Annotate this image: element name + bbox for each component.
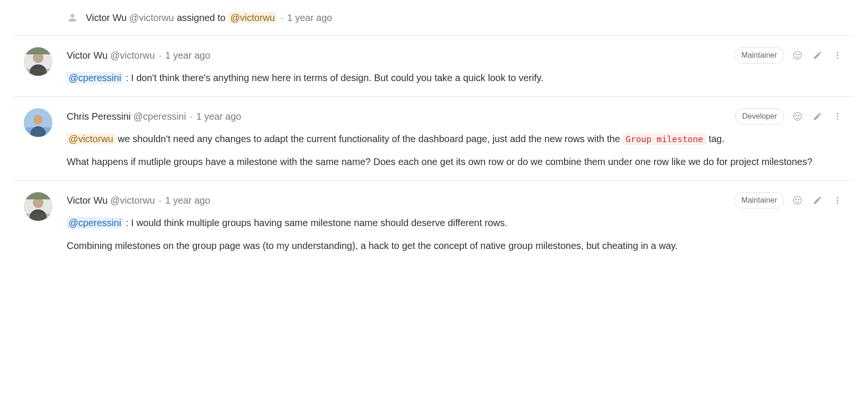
note-time-link[interactable]: 1 year ago (165, 48, 211, 62)
avatar-link[interactable] (24, 108, 52, 169)
svg-point-30 (837, 199, 838, 201)
comment-text: : I don't think there's anything new her… (123, 72, 543, 83)
note-time: 1 year ago (165, 195, 211, 206)
svg-point-12 (33, 115, 43, 124)
comment-note: Chris Peressini @cperessini · 1 year ago… (14, 97, 854, 181)
svg-point-15 (794, 113, 802, 121)
comment-note: Victor Wu @victorwu · 1 year ago Maintai… (14, 181, 854, 264)
svg-point-6 (796, 54, 797, 55)
emoji-icon[interactable] (791, 110, 804, 123)
role-badge: Developer (735, 108, 784, 124)
note-author: Victor Wu (67, 50, 108, 61)
svg-rect-14 (24, 127, 52, 137)
code-tag: Group milestone (623, 133, 706, 145)
edit-icon[interactable] (811, 194, 824, 207)
system-note: Victor Wu @victorwu assigned to @victorw… (14, 0, 854, 36)
svg-point-20 (837, 118, 838, 120)
avatar (24, 47, 52, 76)
note-author-link[interactable]: Victor Wu @victorwu (67, 48, 155, 62)
svg-point-31 (837, 202, 838, 204)
edit-icon[interactable] (811, 110, 824, 123)
separator: · (280, 10, 284, 25)
avatar (24, 108, 52, 137)
svg-rect-25 (24, 214, 52, 221)
edit-icon[interactable] (811, 49, 824, 62)
system-note-text: Victor Wu @victorwu assigned to @victorw… (57, 10, 332, 25)
more-icon[interactable] (831, 194, 844, 207)
note-header: Victor Wu @victorwu · 1 year ago Maintai… (67, 192, 844, 208)
svg-point-28 (798, 199, 799, 200)
avatar-col (14, 192, 67, 253)
role-badge: Maintainer (734, 47, 784, 63)
mention: @cperessini (67, 72, 123, 83)
note-handle: @victorwu (111, 195, 155, 206)
svg-point-17 (798, 115, 799, 116)
note-author: Victor Wu (67, 195, 108, 206)
system-action: assigned to (177, 10, 225, 25)
note-content: @victorwu we shouldn't need any changes … (67, 132, 844, 169)
note-content: @cperessini : I don't think there's anyt… (67, 71, 844, 85)
user-icon (67, 12, 78, 23)
note-handle: @victorwu (111, 50, 155, 61)
avatar (24, 192, 52, 221)
note-author-link[interactable]: Chris Peressini @cperessini (67, 109, 186, 124)
avatar-link[interactable] (24, 192, 52, 253)
note-author: Chris Peressini (67, 111, 131, 122)
comment-text: What happens if mutliple groups have a m… (67, 155, 844, 169)
system-author-link[interactable]: Victor Wu @victorwu (86, 10, 174, 25)
separator: · (189, 109, 193, 124)
svg-rect-3 (24, 47, 52, 54)
system-time: 1 year ago (287, 10, 333, 25)
avatar-col (14, 47, 67, 85)
svg-point-19 (837, 115, 838, 117)
role-badge: Maintainer (734, 192, 784, 208)
note-author-link[interactable]: Victor Wu @victorwu (67, 193, 155, 207)
system-target: @victorwu (228, 12, 277, 23)
note-time: 1 year ago (196, 111, 242, 122)
note-header: Victor Wu @victorwu · 1 year ago Maintai… (67, 47, 844, 63)
svg-point-16 (796, 115, 797, 116)
system-target-link[interactable]: @victorwu (228, 10, 277, 25)
svg-point-18 (837, 113, 838, 114)
svg-point-29 (837, 197, 838, 198)
comment-text: we shouldn't need any changes to adapt t… (115, 134, 623, 144)
mention-link[interactable]: @cperessini (67, 217, 123, 228)
mention-link[interactable]: @victorwu (67, 133, 115, 145)
note-header: Chris Peressini @cperessini · 1 year ago… (67, 108, 844, 124)
emoji-icon[interactable] (791, 194, 804, 207)
mention: @victorwu (67, 133, 115, 145)
separator: · (158, 193, 162, 207)
system-author: Victor Wu (86, 12, 127, 23)
svg-point-7 (798, 54, 799, 55)
note-time-link[interactable]: 1 year ago (196, 109, 242, 124)
svg-rect-24 (24, 192, 52, 199)
note-time-link[interactable]: 1 year ago (165, 193, 211, 207)
svg-point-8 (837, 52, 838, 53)
svg-point-5 (794, 52, 802, 60)
svg-point-10 (837, 57, 838, 59)
svg-point-9 (837, 54, 838, 56)
svg-point-27 (796, 199, 797, 200)
svg-rect-4 (24, 69, 52, 76)
more-icon[interactable] (831, 110, 844, 123)
comment-text: Combining milestones on the group page w… (67, 238, 844, 253)
comment-text: : I would think multiple groups having s… (123, 217, 507, 228)
mention: @cperessini (67, 217, 123, 228)
note-handle: @cperessini (133, 111, 186, 122)
system-handle: @victorwu (130, 12, 174, 23)
separator: · (158, 48, 162, 62)
note-time: 1 year ago (165, 50, 211, 61)
avatar-link[interactable] (24, 47, 52, 85)
emoji-icon[interactable] (791, 49, 804, 62)
svg-point-26 (794, 197, 802, 205)
avatar-col (14, 108, 67, 169)
mention-link[interactable]: @cperessini (67, 72, 123, 83)
more-icon[interactable] (831, 49, 844, 62)
comment-text: tag. (706, 134, 725, 144)
comment-note: Victor Wu @victorwu · 1 year ago Maintai… (14, 36, 854, 97)
note-content: @cperessini : I would think multiple gro… (67, 216, 844, 253)
